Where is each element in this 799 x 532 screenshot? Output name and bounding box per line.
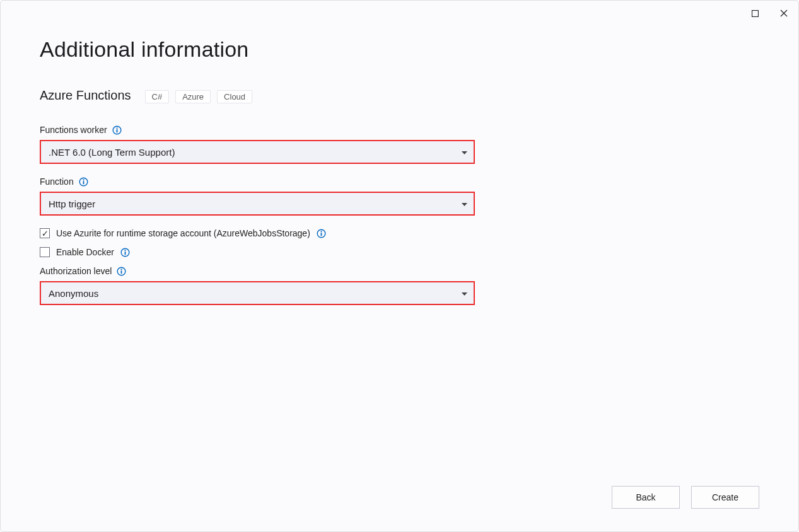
info-icon[interactable] bbox=[317, 229, 326, 238]
tag-csharp: C# bbox=[145, 90, 170, 103]
function-trigger-value[interactable]: Http trigger bbox=[41, 193, 474, 214]
svg-point-13 bbox=[124, 250, 125, 251]
use-azurite-row: Use Azurite for runtime storage account … bbox=[40, 228, 759, 238]
functions-worker-value[interactable]: .NET 6.0 (Long Term Support) bbox=[41, 141, 474, 163]
function-trigger-select[interactable]: Http trigger bbox=[40, 192, 475, 216]
functions-worker-select[interactable]: .NET 6.0 (Long Term Support) bbox=[40, 140, 475, 164]
enable-docker-checkbox[interactable] bbox=[40, 247, 50, 257]
svg-point-16 bbox=[121, 269, 122, 270]
project-type-name: Azure Functions bbox=[40, 88, 131, 103]
close-button[interactable] bbox=[769, 1, 798, 26]
svg-point-10 bbox=[320, 231, 322, 232]
close-icon bbox=[780, 9, 788, 17]
enable-docker-row: Enable Docker bbox=[40, 247, 759, 257]
tag-azure: Azure bbox=[175, 90, 211, 103]
svg-rect-14 bbox=[124, 252, 125, 255]
info-icon[interactable] bbox=[120, 248, 130, 257]
svg-rect-5 bbox=[116, 129, 117, 132]
maximize-button[interactable] bbox=[740, 1, 769, 26]
maximize-icon bbox=[752, 10, 759, 17]
functions-worker-field: Functions worker .NET 6.0 (Long Term Sup… bbox=[40, 125, 759, 164]
svg-rect-0 bbox=[752, 10, 758, 16]
svg-point-4 bbox=[116, 127, 117, 129]
info-icon[interactable] bbox=[79, 177, 88, 187]
titlebar-controls bbox=[740, 1, 798, 26]
project-type-row: Azure Functions C# Azure Cloud bbox=[40, 88, 759, 103]
enable-docker-label: Enable Docker bbox=[56, 247, 114, 257]
back-button[interactable]: Back bbox=[612, 486, 680, 509]
svg-rect-17 bbox=[121, 270, 122, 274]
svg-rect-8 bbox=[83, 181, 84, 184]
info-icon[interactable] bbox=[112, 125, 122, 135]
project-tags: C# Azure Cloud bbox=[145, 90, 253, 103]
dialog-window: Additional information Azure Functions C… bbox=[0, 0, 799, 532]
use-azurite-label: Use Azurite for runtime storage account … bbox=[56, 228, 310, 238]
tag-cloud: Cloud bbox=[217, 90, 252, 103]
dialog-footer: Back Create bbox=[612, 486, 759, 509]
svg-rect-11 bbox=[320, 233, 322, 236]
svg-point-7 bbox=[83, 179, 84, 180]
create-button[interactable]: Create bbox=[691, 486, 759, 509]
auth-level-label: Authorization level bbox=[40, 266, 112, 276]
auth-level-field: Authorization level Anonymous bbox=[40, 266, 759, 305]
auth-level-value[interactable]: Anonymous bbox=[41, 282, 474, 304]
use-azurite-checkbox[interactable] bbox=[40, 228, 50, 238]
functions-worker-label: Functions worker bbox=[40, 125, 107, 135]
auth-level-select[interactable]: Anonymous bbox=[40, 281, 475, 305]
function-trigger-label: Function bbox=[40, 176, 74, 187]
dialog-content: Additional information Azure Functions C… bbox=[40, 37, 759, 481]
page-title: Additional information bbox=[40, 37, 759, 62]
info-icon[interactable] bbox=[117, 267, 126, 276]
function-trigger-field: Function Http trigger bbox=[40, 176, 759, 216]
